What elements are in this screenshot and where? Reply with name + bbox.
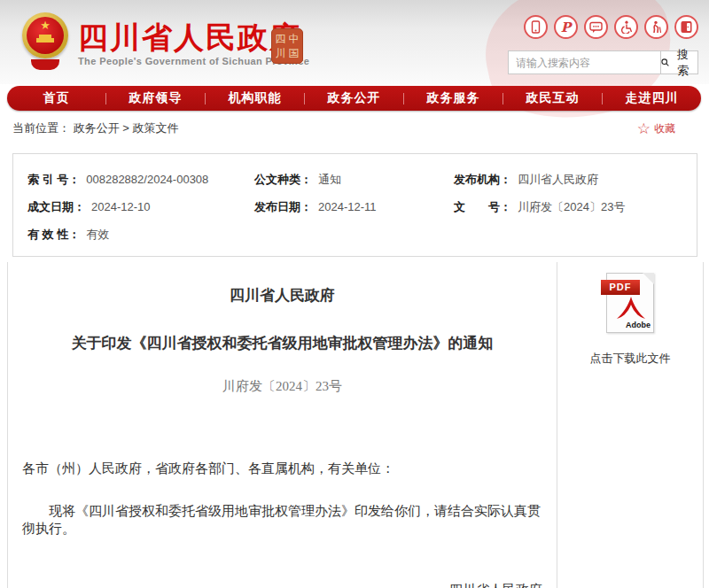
site-search: 搜 索 — [508, 50, 698, 74]
message-icon[interactable] — [584, 15, 608, 39]
pdf-file-icon[interactable]: PDF Adobe — [606, 273, 654, 333]
breadcrumb-item-policy-docs[interactable]: 政策文件 — [132, 121, 178, 135]
national-emblem-logo: ★ — [19, 12, 71, 70]
favorite-label: 收藏 — [654, 121, 675, 136]
accessibility-icon[interactable] — [614, 15, 638, 39]
breadcrumb-separator: > — [122, 121, 129, 135]
star-icon: ☆ — [637, 121, 651, 136]
site-header: ★ 四川省人民政府 The People's Government of Sic… — [0, 0, 709, 84]
meta-doc-number: 文 号：川府发〔2024〕23号 — [454, 193, 697, 220]
nav-item-home[interactable]: 首页 — [7, 90, 105, 106]
red-seal-stamp: 四中 川国 — [271, 28, 303, 64]
document-paragraph: 现将《四川省授权和委托省级用地审批权管理办法》印发给你们，请结合实际认真贯彻执行… — [22, 502, 542, 538]
mobile-icon[interactable] — [524, 15, 548, 39]
pdf-banner-label: PDF — [601, 280, 640, 295]
header-quick-icons: P — [524, 15, 698, 39]
login-door-icon[interactable] — [674, 15, 698, 39]
download-file-link[interactable]: 点击下载此文件 — [557, 351, 703, 367]
meta-written-date: 成文日期：2024-12-10 — [27, 193, 254, 220]
nav-item-about-sichuan[interactable]: 走进四川 — [603, 90, 701, 106]
search-button[interactable]: 搜 索 — [660, 51, 697, 74]
nav-item-openness[interactable]: 政务公开 — [305, 90, 403, 106]
nav-item-interaction[interactable]: 政民互动 — [503, 90, 602, 106]
download-sidebar: PDF Adobe 点击下载此文件 — [557, 262, 703, 588]
document-number: 川府发〔2024〕23号 — [22, 378, 542, 395]
document-content-area: 四川省人民政府 关于印发《四川省授权和委托省级用地审批权管理办法》的通知 川府发… — [7, 262, 704, 588]
breadcrumb: 当前位置： 政务公开 > 政策文件 — [12, 120, 178, 136]
search-input[interactable] — [509, 51, 660, 74]
adobe-label: Adobe — [626, 321, 651, 329]
search-icon — [661, 57, 669, 68]
breadcrumb-item-openness[interactable]: 政务公开 — [74, 121, 120, 135]
meta-index-number: 索 引 号：008282882/2024-00308 — [27, 166, 254, 193]
nav-item-services[interactable]: 政务服务 — [404, 90, 503, 106]
document-salutation: 各市（州）人民政府，省政府各部门、各直属机构，有关单位： — [22, 460, 542, 477]
document-title: 关于印发《四川省授权和委托省级用地审批权管理办法》的通知 — [22, 333, 542, 353]
elder-mode-icon[interactable] — [644, 15, 668, 39]
meta-issuing-agency: 发布机构：四川省人民政府 — [454, 166, 697, 193]
meta-doc-type: 公文种类：通知 — [254, 166, 454, 193]
document-signature: 四川省人民政府 — [22, 582, 542, 588]
document-issuer-title: 四川省人民政府 — [22, 285, 542, 306]
meta-validity: 有 效 性：有效 — [27, 220, 254, 248]
meta-publish-date: 发布日期：2024-12-11 — [254, 193, 454, 220]
nav-item-functions[interactable]: 机构职能 — [206, 90, 304, 106]
page-fold-corner — [643, 273, 654, 284]
media-p-icon[interactable]: P — [554, 15, 578, 39]
adobe-swirl-icon — [616, 297, 646, 321]
main-navigation: 首页 政府领导 机构职能 政务公开 政务服务 政民互动 走进四川 — [7, 86, 701, 111]
breadcrumb-label: 当前位置： — [12, 121, 70, 135]
nav-item-leaders[interactable]: 政府领导 — [106, 90, 205, 106]
document-body: 四川省人民政府 关于印发《四川省授权和委托省级用地审批权管理办法》的通知 川府发… — [8, 262, 557, 588]
document-meta-table: 索 引 号：008282882/2024-00308 公文种类：通知 发布机构：… — [12, 153, 697, 257]
favorite-button[interactable]: ☆ 收藏 — [637, 121, 675, 136]
